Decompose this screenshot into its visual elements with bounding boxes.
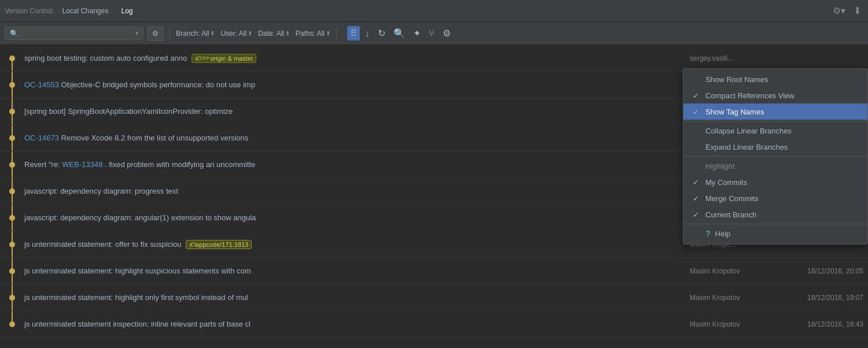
commit-issue-link[interactable]: OC-14673 xyxy=(24,134,59,142)
commit-message: Revert "re: WEB-13348 . fixed problem wi… xyxy=(24,160,690,169)
commit-message: spring boot testing: custom auto configu… xyxy=(24,54,690,63)
menu-label-expand-linear: Expand Linear Branches xyxy=(705,143,858,151)
search-input[interactable] xyxy=(21,29,133,38)
graph-col xyxy=(0,284,24,310)
branch-filter[interactable]: Branch: All ⬍ xyxy=(176,29,215,38)
search-chevron-icon[interactable]: ▾ xyxy=(135,30,138,36)
main-content: spring boot testing: custom auto configu… xyxy=(0,45,868,348)
settings-gear-icon[interactable]: ⚙︎▾ xyxy=(830,4,848,17)
commit-message: js unterminated statement inspection: in… xyxy=(24,320,690,328)
menu-item-compact-references[interactable]: Compact References View xyxy=(683,87,867,103)
menu-item-current-branch[interactable]: Current Branch xyxy=(683,206,867,223)
version-control-label: Version Control: xyxy=(5,7,54,15)
commit-text: Objective-C bridged symbols performance:… xyxy=(61,80,255,89)
graph-col xyxy=(0,72,24,98)
commit-text: Remove Xcode 8.2 from the list of unsupp… xyxy=(61,134,249,142)
commit-issue-link[interactable]: OC-14553 xyxy=(24,80,59,89)
table-row[interactable]: js unterminated statement: highlight sus… xyxy=(0,258,868,284)
tab-log[interactable]: Log xyxy=(116,5,137,17)
menu-label-show-root-names: Show Root Names xyxy=(705,75,858,84)
graph-dot xyxy=(9,55,15,61)
graph-col xyxy=(0,311,24,337)
commit-author: Maxim Kropotov xyxy=(690,294,782,302)
commit-text: js unterminated statement: offer to fix … xyxy=(24,240,181,249)
commit-message: js unterminated statement: highlight sus… xyxy=(24,266,690,275)
branch-tag-icon: 🏷 xyxy=(189,241,196,248)
graph-col xyxy=(0,178,24,204)
settings-filter-button[interactable]: ⚙ xyxy=(147,26,164,41)
graph-col xyxy=(0,231,24,257)
menu-item-expand-linear[interactable]: Expand Linear Branches xyxy=(683,139,867,155)
graph-col xyxy=(0,258,24,284)
menu-separator-1 xyxy=(683,121,867,121)
date-filter-arrow: ⬍ xyxy=(285,30,290,36)
tag-label: origin & master xyxy=(210,55,253,62)
menu-label-show-tag-names: Show Tag Names xyxy=(705,108,858,116)
graph-dot xyxy=(9,162,15,168)
commit-author: Maxim Kropotov xyxy=(690,320,782,328)
graph-col xyxy=(0,151,24,177)
minimize-icon[interactable]: ⬇ xyxy=(851,4,863,17)
search-box[interactable]: 🔍 ▾ xyxy=(5,27,144,40)
commit-date: 18/12/2016, 20:05 xyxy=(782,267,863,275)
check-merge-commits xyxy=(693,194,701,203)
graph-dot xyxy=(9,215,15,221)
commit-text: js unterminated statement: highlight sus… xyxy=(24,266,251,275)
graph-col xyxy=(0,98,24,124)
menu-label-current-branch: Current Branch xyxy=(705,210,858,219)
menu-item-help[interactable]: ? Help xyxy=(683,225,867,242)
paths-filter[interactable]: Paths: All ⬍ xyxy=(296,29,330,38)
branch-filter-label: Branch: All xyxy=(176,29,209,38)
graph-dot xyxy=(9,135,15,141)
commit-message: OC-14673 Remove Xcode 8.2 from the list … xyxy=(24,134,690,142)
menu-item-show-root-names[interactable]: Show Root Names xyxy=(683,71,867,87)
commit-message: javascript: dependency diagram: progress… xyxy=(24,187,690,195)
graph-col xyxy=(0,205,24,231)
refresh-button[interactable]: ↻ xyxy=(375,26,388,40)
table-row[interactable]: js unterminated statement: highlight onl… xyxy=(0,284,868,311)
branch-icon-button[interactable]: ⑂ xyxy=(426,27,437,40)
menu-item-my-commits[interactable]: My Commits xyxy=(683,174,867,190)
more-settings-button[interactable]: ⚙ xyxy=(440,26,454,40)
paths-filter-arrow: ⬍ xyxy=(326,30,330,36)
branch-tag-label: appcode/171.1813 xyxy=(196,241,248,248)
graph-toggle-button[interactable]: ⠿ xyxy=(347,26,360,40)
graph-col xyxy=(0,125,24,151)
search-button[interactable]: 🔍 xyxy=(391,26,408,40)
date-filter[interactable]: Date: All ⬍ xyxy=(258,29,290,38)
commit-issue-link[interactable]: WEB-13348 xyxy=(62,160,102,169)
graph-dot xyxy=(9,321,15,327)
menu-separator-3 xyxy=(683,224,867,224)
commit-text: javascript: dependency diagram: angular(… xyxy=(24,213,256,222)
cherry-pick-button[interactable]: ✦ xyxy=(410,26,424,40)
menu-label-my-commits: My Commits xyxy=(705,178,858,187)
menu-header-highlight: Highlight xyxy=(683,158,867,174)
table-row[interactable]: js unterminated statement inspection: in… xyxy=(0,311,868,338)
commit-author: Maxim Kropotov xyxy=(690,267,782,275)
menu-label-help: Help xyxy=(715,229,858,238)
date-filter-label: Date: All xyxy=(258,29,284,38)
commit-text-suffix: . fixed problem with modifying an uncomm… xyxy=(105,160,255,169)
menu-label-merge-commits: Merge Commits xyxy=(705,194,858,203)
arrow-down-button[interactable]: ↓ xyxy=(362,27,373,40)
commit-text: spring boot testing: custom auto configu… xyxy=(24,54,187,62)
check-my-commits xyxy=(693,178,701,187)
dropdown-menu: Show Root Names Compact References View … xyxy=(683,68,868,245)
graph-dot xyxy=(9,268,15,274)
toolbar: 🔍 ▾ ⚙ Branch: All ⬍ User: All ⬍ Date: Al… xyxy=(0,22,868,45)
check-current-branch xyxy=(693,210,701,219)
commit-text: javascript: dependency diagram: progress… xyxy=(24,187,178,195)
graph-dot xyxy=(9,295,15,301)
user-filter[interactable]: User: All ⬍ xyxy=(220,29,252,38)
commit-text: js unterminated statement: highlight onl… xyxy=(24,293,248,302)
menu-item-collapse-linear[interactable]: Collapse Linear Branches xyxy=(683,123,867,139)
tag-icon: 🏷 xyxy=(195,55,201,62)
menu-separator-2 xyxy=(683,156,867,157)
graph-dot xyxy=(9,82,15,88)
commit-message: OC-14553 Objective-C bridged symbols per… xyxy=(24,80,690,89)
commit-message: js unterminated statement: highlight onl… xyxy=(24,293,690,302)
menu-item-merge-commits[interactable]: Merge Commits xyxy=(683,190,867,206)
tab-local-changes[interactable]: Local Changes xyxy=(57,5,113,17)
top-bar: Version Control: Local Changes Log ⚙︎▾ ⬇ xyxy=(0,0,868,22)
menu-item-show-tag-names[interactable]: Show Tag Names xyxy=(683,103,867,120)
